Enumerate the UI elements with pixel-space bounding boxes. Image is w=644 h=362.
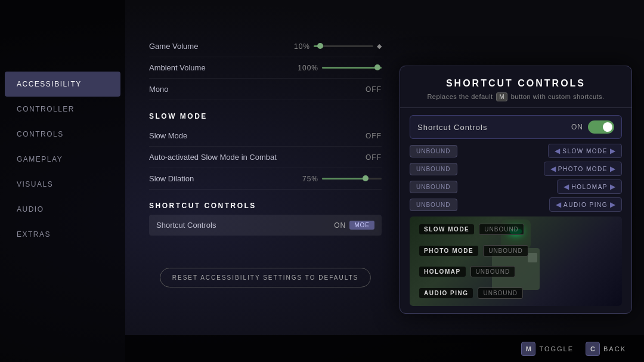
back-button[interactable]: C BACK: [586, 342, 626, 356]
slow-dilation-thumb[interactable]: [363, 175, 369, 181]
slow-dilation-value: 75%: [302, 175, 318, 183]
modal-toggle-label: Shortcut Controls: [417, 123, 487, 132]
photo-mode-unbound[interactable]: UNBOUND: [410, 163, 457, 175]
auto-slow-mode-label: Auto-activated Slow Mode in Combat: [149, 153, 277, 162]
preview-row-slow-mode: SLOW MODE UNBOUND: [419, 224, 550, 235]
mono-label: Mono: [149, 85, 169, 94]
binding-rows: UNBOUND ◀ SLOW MODE ▶ UNBOUND ◀ PHOTO MO…: [410, 144, 622, 212]
ambient-volume-value: 100%: [298, 64, 318, 72]
holomap-action-badge[interactable]: ◀ HOLOMAP ▶: [557, 180, 622, 194]
slow-mode-value: OFF: [366, 132, 382, 140]
binding-row-audio-ping[interactable]: UNBOUND ◀ AUDIO PING ▶: [410, 197, 622, 212]
shortcut-controls-value-group: ON MOE: [334, 221, 374, 230]
slow-mode-row: Slow Mode OFF: [149, 125, 382, 147]
sidebar-item-controller[interactable]: CONTROLLER: [0, 97, 125, 122]
preview-row-audio-ping: AUDIO PING UNBOUND: [419, 287, 550, 299]
slow-mode-action-text: SLOW MODE: [562, 148, 608, 154]
ambient-volume-slider-container[interactable]: 100%: [298, 64, 382, 72]
back-key-icon: C: [586, 342, 600, 356]
preview-audio-ping-key: UNBOUND: [478, 287, 523, 299]
reset-accessibility-button[interactable]: RESET ACCESSIBILITY SETTINGS TO DEFAULTS: [160, 268, 371, 287]
holomap-action-text: HOLOMAP: [571, 184, 608, 190]
photo-mode-right-arrow: ▶: [610, 165, 615, 173]
preview-holomap-key: UNBOUND: [470, 266, 516, 277]
game-volume-track[interactable]: [314, 45, 373, 47]
main-content: Game Volume 10% ◆ Ambient Volume 100% Mo…: [125, 0, 400, 362]
game-volume-value: 10%: [294, 42, 310, 51]
binding-row-holomap[interactable]: UNBOUND ◀ HOLOMAP ▶: [410, 180, 622, 194]
holomap-unbound[interactable]: UNBOUND: [410, 181, 457, 193]
binding-row-slow-mode[interactable]: UNBOUND ◀ SLOW MODE ▶: [410, 144, 622, 158]
ambient-volume-track[interactable]: [322, 67, 382, 69]
slow-dilation-label: Slow Dilation: [149, 174, 194, 183]
auto-slow-mode-row: Auto-activated Slow Mode in Combat OFF: [149, 147, 382, 168]
shortcut-controls-label: Shortcut Controls: [156, 221, 216, 230]
game-volume-label: Game Volume: [149, 42, 198, 51]
ambient-volume-thumb[interactable]: [374, 64, 380, 70]
preview-slow-mode-label: SLOW MODE: [419, 224, 474, 234]
sidebar-item-visuals[interactable]: VISUALS: [0, 172, 125, 197]
audio-ping-unbound[interactable]: UNBOUND: [410, 199, 457, 211]
sidebar-item-controls[interactable]: CONTROLS: [0, 122, 125, 147]
mono-row: Mono OFF: [149, 79, 382, 100]
preview-audio-ping-label: AUDIO PING: [419, 288, 473, 298]
ambient-volume-row: Ambient Volume 100%: [149, 57, 382, 79]
sidebar-item-gameplay[interactable]: GAMEPLAY: [0, 147, 125, 172]
audio-ping-right-arrow: ▶: [610, 200, 615, 209]
sidebar-item-audio[interactable]: AUDIO: [0, 197, 125, 222]
back-button-label: BACK: [603, 345, 626, 352]
modal-header: SHORTCUT CONTROLS Replaces the default M…: [400, 66, 631, 108]
modal-subtitle: Replaces the default M button with custo…: [412, 92, 620, 101]
preview-photo-mode-label: PHOTO MODE: [419, 246, 478, 256]
photo-mode-left-arrow: ◀: [550, 165, 556, 173]
game-volume-row: Game Volume 10% ◆: [149, 36, 382, 57]
ambient-volume-label: Ambient Volume: [149, 63, 206, 72]
modal-toggle-row[interactable]: Shortcut Controls ON: [410, 115, 622, 139]
shortcut-controls-modal: SHORTCUT CONTROLS Replaces the default M…: [400, 66, 632, 314]
auto-slow-mode-value: OFF: [366, 153, 382, 162]
audio-ping-action-badge[interactable]: ◀ AUDIO PING ▶: [549, 197, 622, 212]
toggle-track[interactable]: [588, 120, 614, 134]
sidebar-item-extras[interactable]: EXTRAS: [0, 222, 125, 247]
preview-labels: SLOW MODE UNBOUND PHOTO MODE UNBOUND HOL…: [410, 216, 622, 306]
shortcut-controls-on-text: ON: [334, 221, 346, 230]
modal-toggle-switch[interactable]: ON: [571, 120, 614, 134]
modal-toggle-on-text: ON: [571, 123, 583, 131]
preview-row-holomap: HOLOMAP UNBOUND: [419, 266, 550, 277]
bottom-bar: M TOGGLE C BACK: [125, 335, 644, 362]
shortcut-controls-row[interactable]: Shortcut Controls ON MOE: [149, 215, 382, 236]
audio-ping-action-text: AUDIO PING: [564, 202, 608, 208]
photo-mode-action-badge[interactable]: ◀ PHOTO MODE ▶: [544, 162, 622, 176]
slow-dilation-fill: [322, 178, 367, 180]
preview-holomap-label: HOLOMAP: [419, 267, 466, 277]
slow-mode-right-arrow: ▶: [610, 147, 615, 155]
preview-slow-mode-key: UNBOUND: [479, 224, 524, 235]
toggle-button-label: TOGGLE: [539, 345, 574, 352]
preview-photo-mode-key: UNBOUND: [483, 245, 528, 256]
slow-dilation-track[interactable]: [322, 178, 382, 180]
slow-mode-section-title: SLOW MODE: [149, 112, 382, 120]
sidebar: ACCESSIBILITY CONTROLLER CONTROLS GAMEPL…: [0, 0, 125, 362]
photo-mode-action-text: PHOTO MODE: [558, 166, 608, 172]
slow-mode-unbound[interactable]: UNBOUND: [410, 145, 457, 157]
game-volume-slider-container[interactable]: 10% ◆: [294, 42, 382, 51]
ambient-volume-fill: [322, 67, 382, 69]
slow-mode-label: Slow Mode: [149, 131, 187, 140]
holomap-left-arrow: ◀: [564, 182, 569, 191]
slow-dilation-row: Slow Dilation 75%: [149, 168, 382, 190]
toggle-button[interactable]: M TOGGLE: [521, 342, 574, 356]
preview-row-photo-mode: PHOTO MODE UNBOUND: [419, 245, 550, 256]
slow-dilation-slider-container[interactable]: 75%: [302, 175, 382, 183]
modal-title: SHORTCUT CONTROLS: [412, 78, 620, 89]
toggle-knob: [603, 122, 612, 132]
shortcut-controls-more-badge[interactable]: MOE: [349, 221, 374, 230]
mono-value: OFF: [366, 85, 382, 94]
audio-ping-left-arrow: ◀: [556, 200, 561, 209]
slow-mode-action-badge[interactable]: ◀ SLOW MODE ▶: [548, 144, 622, 158]
game-volume-thumb[interactable]: [317, 43, 323, 49]
modal-key-icon: M: [496, 92, 507, 101]
sidebar-item-accessibility[interactable]: ACCESSIBILITY: [5, 72, 120, 97]
holomap-right-arrow: ▶: [610, 182, 615, 191]
binding-row-photo-mode[interactable]: UNBOUND ◀ PHOTO MODE ▶: [410, 162, 622, 176]
toggle-key-icon: M: [521, 342, 535, 356]
